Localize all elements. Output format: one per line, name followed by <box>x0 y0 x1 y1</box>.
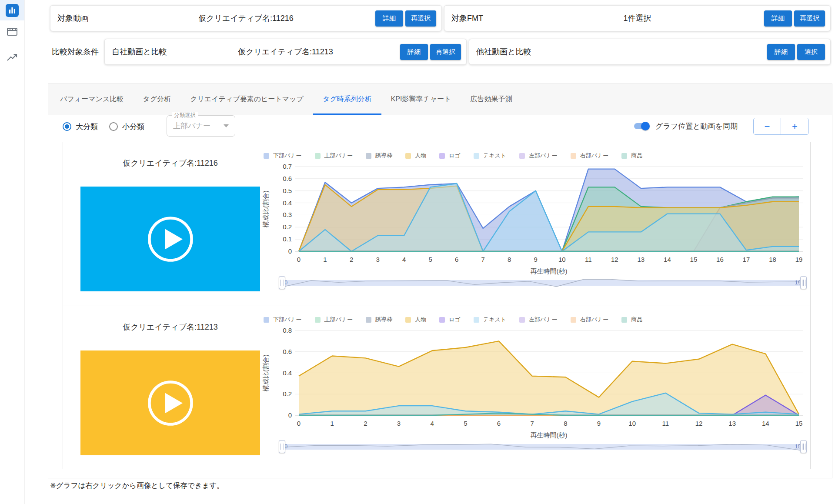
sidebar-item-videos[interactable] <box>0 21 24 42</box>
tab-performance-comparison[interactable]: パフォーマンス比較 <box>50 84 133 115</box>
x-tick-label: 8 <box>508 256 511 263</box>
slider-handle-right[interactable] <box>800 440 807 453</box>
legend-item-上部バナー[interactable]: 上部バナー <box>315 316 366 324</box>
y-tick-label: 0.2 <box>283 223 292 230</box>
legend-label: ロゴ <box>449 316 461 324</box>
detail-button[interactable]: 詳細 <box>767 44 795 60</box>
tab-tag-analysis[interactable]: タグ分析 <box>133 84 180 115</box>
x-tick-label: 6 <box>455 256 458 263</box>
radio-minor-category[interactable]: 小分類 <box>109 122 144 132</box>
legend-item-テキスト[interactable]: テキスト <box>474 316 519 324</box>
legend-label: 商品 <box>631 316 642 324</box>
competitor-video-buttons: 詳細 選択 <box>767 44 825 60</box>
category-select[interactable]: 分類選択 上部バナー <box>167 115 235 137</box>
category-select-label: 分類選択 <box>172 112 198 119</box>
reselect-button[interactable]: 再選択 <box>405 10 436 27</box>
legend-item-右部バナー[interactable]: 右部バナー <box>571 316 622 324</box>
sidebar-item-analytics[interactable] <box>0 0 24 20</box>
tab-kpi-impact-chart[interactable]: KPI影響率チャート <box>381 84 461 115</box>
legend-label: 人物 <box>415 316 426 324</box>
sidebar-item-trends[interactable] <box>0 47 24 67</box>
legend-label: 右部バナー <box>580 152 609 160</box>
legend-item-商品[interactable]: 商品 <box>621 152 655 160</box>
slider-handle-right[interactable] <box>800 276 807 289</box>
sync-toggle[interactable] <box>633 121 650 131</box>
panel-video-column: 仮クリエイティブ名:11216 <box>63 142 261 306</box>
legend-swatch-icon <box>405 317 411 323</box>
legend-label: 下部バナー <box>273 152 302 160</box>
radio-label: 小分類 <box>122 122 144 132</box>
panel-video-column: 仮クリエイティブ名:11213 <box>63 306 261 469</box>
legend-item-テキスト[interactable]: テキスト <box>474 152 519 160</box>
select-button[interactable]: 選択 <box>797 44 825 60</box>
legend-item-人物[interactable]: 人物 <box>405 316 439 324</box>
range-slider[interactable]: 0 15 <box>282 444 803 450</box>
legend-item-誘導枠[interactable]: 誘導枠 <box>366 316 405 324</box>
own-video-comparison-box: 自社動画と比較 仮クリエイティブ名:11213 詳細 再選択 <box>104 39 467 65</box>
tab-creative-heatmap[interactable]: クリエイティブ要素のヒートマップ <box>180 84 313 115</box>
sidebar <box>0 0 25 504</box>
slider-handle-left[interactable] <box>279 440 285 453</box>
detail-button[interactable]: 詳細 <box>375 10 403 27</box>
y-tick-label: 0 <box>288 411 292 419</box>
reselect-button[interactable]: 再選択 <box>430 44 461 60</box>
legend-label: 右部バナー <box>580 316 609 324</box>
video-panel-11213: 仮クリエイティブ名:11213 下部バナー上部バナー誘導枠人物ロゴテキスト左部バ… <box>63 306 811 469</box>
x-tick-label: 14 <box>762 420 769 427</box>
legend-label: 下部バナー <box>273 316 302 324</box>
legend-swatch-icon <box>621 317 627 323</box>
tab-bar: パフォーマンス比較 タグ分析 クリエイティブ要素のヒートマップ タグ時系列分析 … <box>48 84 832 115</box>
slider-handle-left[interactable] <box>279 276 285 289</box>
x-tick-label: 4 <box>431 420 434 427</box>
legend-item-人物[interactable]: 人物 <box>405 152 439 160</box>
y-tick-label: 0.3 <box>283 211 292 218</box>
x-tick-label: 19 <box>795 256 803 263</box>
target-fmt-label: 対象FMT <box>451 13 483 23</box>
category-select-value: 上部バナー <box>173 121 210 131</box>
zoom-out-button[interactable]: − <box>754 118 781 134</box>
x-tick-label: 17 <box>743 256 750 263</box>
legend-label: 左部バナー <box>529 316 558 324</box>
video-thumbnail[interactable] <box>80 350 260 455</box>
tab-ad-effect-prediction[interactable]: 広告効果予測 <box>461 84 522 115</box>
y-axis-title: 構成比(割合) <box>262 190 269 228</box>
legend-label: 上部バナー <box>324 316 353 324</box>
legend-item-ロゴ[interactable]: ロゴ <box>439 316 474 324</box>
legend-item-左部バナー[interactable]: 左部バナー <box>519 316 571 324</box>
competitor-video-comparison-label: 他社動画と比較 <box>476 47 531 57</box>
legend-label: 商品 <box>631 152 642 160</box>
radio-label: 大分類 <box>76 122 98 132</box>
x-tick-label: 2 <box>350 256 353 263</box>
legend-swatch-icon <box>621 153 627 159</box>
legend-item-下部バナー[interactable]: 下部バナー <box>264 152 315 160</box>
reselect-button[interactable]: 再選択 <box>794 10 825 27</box>
radio-major-category[interactable]: 大分類 <box>63 122 98 132</box>
legend-swatch-icon <box>264 317 269 323</box>
tab-tag-timeseries[interactable]: タグ時系列分析 <box>313 84 381 115</box>
timeseries-chart: 00.20.40.60.8構成比(割合)01234567891011121314… <box>261 326 805 430</box>
target-video-buttons: 詳細 再選択 <box>375 10 436 27</box>
legend-item-下部バナー[interactable]: 下部バナー <box>264 316 315 324</box>
legend-item-誘導枠[interactable]: 誘導枠 <box>366 152 405 160</box>
zoom-in-button[interactable]: + <box>781 118 808 134</box>
legend-item-右部バナー[interactable]: 右部バナー <box>571 152 622 160</box>
legend-item-左部バナー[interactable]: 左部バナー <box>519 152 571 160</box>
video-thumbnail[interactable] <box>80 187 260 291</box>
video-title: 仮クリエイティブ名:11216 <box>80 158 260 168</box>
x-tick-label: 12 <box>695 420 703 427</box>
legend-swatch-icon <box>405 153 411 159</box>
x-tick-label: 0 <box>297 420 301 427</box>
detail-button[interactable]: 詳細 <box>764 10 792 27</box>
range-slider[interactable]: 0 19 <box>282 280 803 286</box>
analysis-card: パフォーマンス比較 タグ分析 クリエイティブ要素のヒートマップ タグ時系列分析 … <box>48 83 832 478</box>
legend-item-商品[interactable]: 商品 <box>621 316 655 324</box>
y-tick-label: 0.4 <box>283 369 292 377</box>
detail-button[interactable]: 詳細 <box>400 44 428 60</box>
legend-swatch-icon <box>519 153 525 159</box>
x-tick-label: 5 <box>428 256 432 263</box>
x-axis-title: 再生時間(秒) <box>299 431 799 440</box>
legend-item-ロゴ[interactable]: ロゴ <box>439 152 474 160</box>
chart-legend: 下部バナー上部バナー誘導枠人物ロゴテキスト左部バナー右部バナー商品 <box>264 316 655 324</box>
play-icon <box>146 215 195 264</box>
legend-item-上部バナー[interactable]: 上部バナー <box>315 152 366 160</box>
